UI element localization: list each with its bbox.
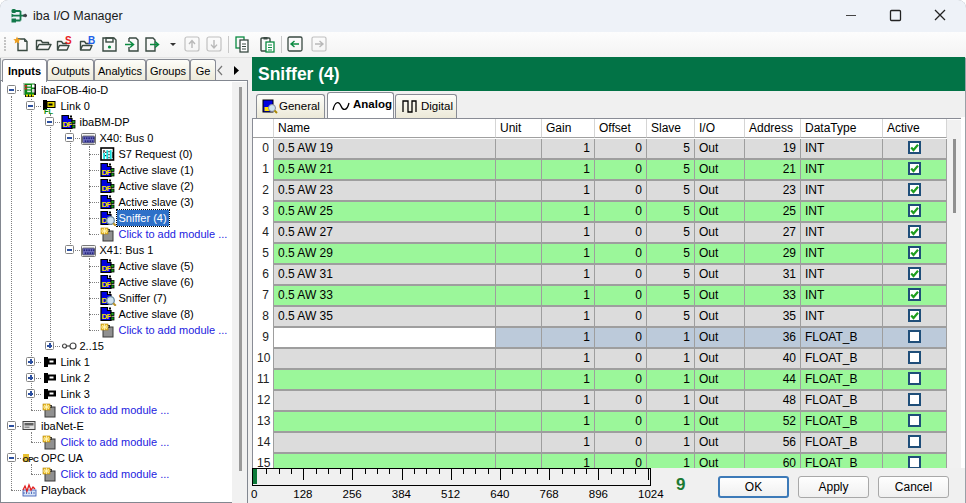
svg-text:S: S	[65, 36, 72, 46]
svg-text:OPC: OPC	[23, 455, 40, 464]
svg-text:B: B	[88, 36, 95, 46]
svg-text:FL: FL	[44, 107, 54, 114]
